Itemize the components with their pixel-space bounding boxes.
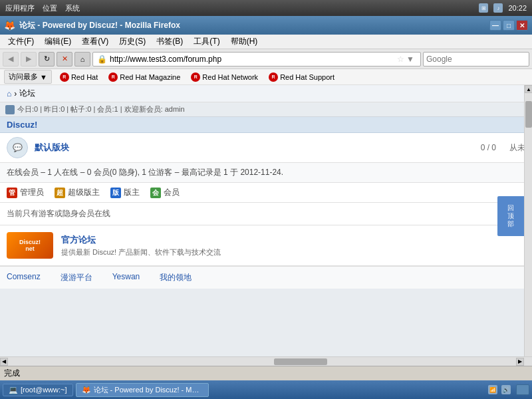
official-forum-title[interactable]: 官方论坛 bbox=[61, 234, 525, 246]
address-star-icon[interactable]: ☆ bbox=[397, 55, 404, 64]
back-button[interactable]: ◀ bbox=[3, 52, 19, 66]
redhat-magazine-icon: R bbox=[108, 72, 118, 82]
breadcrumb-separator: › bbox=[14, 89, 17, 98]
footer-link-mydi[interactable]: 我的领地 bbox=[160, 272, 192, 283]
taskbar-browser-label: 论坛 - Powered by Discuz! - Mozilla Firefo… bbox=[94, 385, 203, 395]
back-to-top-line1: 回 bbox=[507, 204, 514, 212]
page-area: ⌂ › 论坛 今日:0 | 昨日:0 | 帖子:0 | 会员:1 | 欢迎新会员… bbox=[0, 85, 532, 366]
currently-online-text: 当前只有游客或隐身会员在线 bbox=[7, 208, 110, 219]
scroll-up-arrow[interactable]: ▲ bbox=[525, 85, 532, 93]
mod-icon: 版 bbox=[110, 188, 121, 198]
official-forum-desc: 提供最新 Discuz! 产品新闻、软件下载与技术交流 bbox=[61, 247, 525, 257]
back-to-top-line2: 顶 bbox=[507, 212, 514, 220]
stop-button[interactable]: ✕ bbox=[57, 52, 72, 66]
taskbar-tray-icon-2: 🔊 bbox=[501, 385, 511, 394]
taskbar-tray-icon-1: 📶 bbox=[488, 385, 497, 394]
block-icon-symbol: 💬 bbox=[13, 143, 23, 152]
redhat-icon: R bbox=[60, 72, 69, 82]
vertical-scrollbar[interactable]: ▲ ▼ bbox=[524, 85, 532, 356]
menu-tools[interactable]: 工具(T) bbox=[188, 35, 225, 49]
address-dropdown-btn[interactable]: ▼ bbox=[404, 55, 416, 64]
footer-link-yeswan[interactable]: Yeswan bbox=[112, 272, 140, 283]
user-type-admin: 管 管理员 bbox=[7, 187, 44, 198]
menu-bookmarks[interactable]: 书签(B) bbox=[151, 35, 188, 49]
taskbar-terminal-label: [root@www:~] bbox=[21, 386, 67, 394]
menu-view[interactable]: 查看(V) bbox=[76, 35, 114, 49]
clock: 20:22 bbox=[508, 4, 527, 12]
breadcrumb: ⌂ › 论坛 bbox=[0, 85, 532, 102]
supermod-label: 超级版主 bbox=[68, 187, 100, 198]
taskbar-terminal[interactable]: 💻 [root@www:~] bbox=[3, 384, 73, 396]
bookmark-redhat-label: Red Hat bbox=[71, 73, 98, 81]
breadcrumb-home-icon[interactable]: ⌂ bbox=[7, 89, 11, 98]
bookmark-redhat-magazine[interactable]: R Red Hat Magazine bbox=[106, 71, 183, 83]
forum-info: 官方论坛 提供最新 Discuz! 产品新闻、软件下载与技术交流 bbox=[61, 234, 525, 257]
scroll-right-arrow[interactable]: ▶ bbox=[516, 358, 524, 366]
most-visited-arrow-icon: ▼ bbox=[40, 73, 47, 81]
scroll-thumb-v[interactable] bbox=[525, 101, 532, 128]
menu-history[interactable]: 历史(S) bbox=[114, 35, 151, 49]
block-name[interactable]: 默认版块 bbox=[35, 142, 481, 154]
page-scroll-area: ⌂ › 论坛 今日:0 | 昨日:0 | 帖子:0 | 会员:1 | 欢迎新会员… bbox=[0, 85, 532, 356]
forum-logo: Discuz! net bbox=[7, 232, 53, 259]
scroll-left-arrow[interactable]: ◀ bbox=[0, 358, 8, 366]
page-content: ⌂ › 论坛 今日:0 | 昨日:0 | 帖子:0 | 会员:1 | 欢迎新会员… bbox=[0, 85, 532, 356]
taskbar-indicator bbox=[516, 384, 529, 395]
user-type-mod: 版 版主 bbox=[110, 187, 140, 198]
bookmark-redhat-support[interactable]: R Red Hat Support bbox=[266, 71, 337, 83]
taskbar-browser[interactable]: 🦊 论坛 - Powered by Discuz! - Mozilla Fire… bbox=[76, 383, 209, 397]
scroll-thumb-h[interactable] bbox=[274, 358, 327, 365]
stats-text: 今日:0 | 昨日:0 | 帖子:0 | 会员:1 | 欢迎新会员: admin bbox=[17, 104, 185, 114]
member-icon: 会 bbox=[150, 188, 161, 198]
title-bar: 🦊 论坛 - Powered by Discuz! - Mozilla Fire… bbox=[0, 16, 532, 35]
os-bar-right: ⊞ ♪ 20:22 bbox=[479, 3, 527, 13]
menu-edit[interactable]: 编辑(E) bbox=[39, 35, 76, 49]
address-input[interactable] bbox=[110, 55, 397, 64]
admin-icon: 管 bbox=[7, 188, 17, 198]
forward-button[interactable]: ▶ bbox=[21, 52, 37, 66]
forum-logo-text: Discuz! net bbox=[19, 239, 41, 252]
os-menu-applications[interactable]: 应用程序 bbox=[5, 3, 35, 13]
address-lock-icon: 🔒 bbox=[97, 55, 107, 64]
maximize-button[interactable]: □ bbox=[503, 20, 515, 31]
breadcrumb-current: 论坛 bbox=[19, 88, 35, 99]
online-text: 在线会员 – 1 人在线 – 0 会员(0 隐身), 1 位游客 – 最高记录是… bbox=[7, 168, 283, 177]
taskbar: 💻 [root@www:~] 🦊 论坛 - Powered by Discuz!… bbox=[0, 380, 532, 399]
menu-help[interactable]: 帮助(H) bbox=[225, 35, 263, 49]
search-button[interactable]: 🔍 bbox=[529, 52, 529, 66]
most-visited-label: 访问最多 bbox=[9, 72, 38, 82]
menu-file[interactable]: 文件(F) bbox=[3, 35, 39, 49]
os-menu-system[interactable]: 系统 bbox=[65, 3, 80, 13]
most-visited-button[interactable]: 访问最多 ▼ bbox=[4, 70, 52, 84]
horizontal-scrollbar[interactable]: ◀ ▶ bbox=[0, 356, 532, 366]
bookmark-redhat-support-label: Red Hat Support bbox=[280, 73, 334, 81]
forum-title-label: Discuz! bbox=[7, 120, 37, 130]
back-to-top-line3: 部 bbox=[507, 220, 514, 228]
os-bar: 应用程序 位置 系统 ⊞ ♪ 20:22 bbox=[0, 0, 532, 16]
footer-links: Comsenz 漫游平台 Yeswan 我的领地 bbox=[0, 266, 532, 289]
tray-network-icon: ⊞ bbox=[479, 3, 488, 13]
footer-link-comsenz[interactable]: Comsenz bbox=[7, 272, 41, 283]
title-bar-left: 🦊 论坛 - Powered by Discuz! - Mozilla Fire… bbox=[4, 20, 180, 31]
redhat-support-icon: R bbox=[269, 72, 278, 82]
close-button[interactable]: ✕ bbox=[516, 20, 528, 31]
back-to-top-button[interactable]: 回 顶 部 bbox=[497, 196, 524, 236]
currently-online: 当前只有游客或隐身会员在线 回 顶 部 bbox=[0, 203, 532, 225]
taskbar-right: 📶 🔊 bbox=[488, 384, 529, 395]
main-container: 应用程序 位置 系统 ⊞ ♪ 20:22 🦊 论坛 - Powered by D… bbox=[0, 0, 532, 399]
search-input[interactable] bbox=[424, 55, 529, 64]
os-menu-places[interactable]: 位置 bbox=[43, 3, 57, 13]
firefox-icon: 🦊 bbox=[4, 20, 15, 31]
reload-button[interactable]: ↻ bbox=[39, 52, 55, 66]
search-bar: 🔍 bbox=[423, 52, 529, 66]
status-bar: 完成 bbox=[0, 366, 532, 380]
minimize-button[interactable]: — bbox=[489, 20, 501, 31]
bookmark-redhat-network[interactable]: R Red Hat Network bbox=[188, 71, 261, 83]
bookmark-redhat[interactable]: R Red Hat bbox=[57, 71, 100, 83]
home-button[interactable]: ⌂ bbox=[74, 52, 90, 66]
forum-title-bar: Discuz! bbox=[0, 117, 532, 133]
address-bar[interactable]: 🔒 ☆ ▼ bbox=[92, 52, 421, 66]
mod-label: 版主 bbox=[124, 187, 140, 198]
footer-link-manyou[interactable]: 漫游平台 bbox=[61, 272, 92, 283]
block-last: 从未 bbox=[509, 142, 525, 154]
